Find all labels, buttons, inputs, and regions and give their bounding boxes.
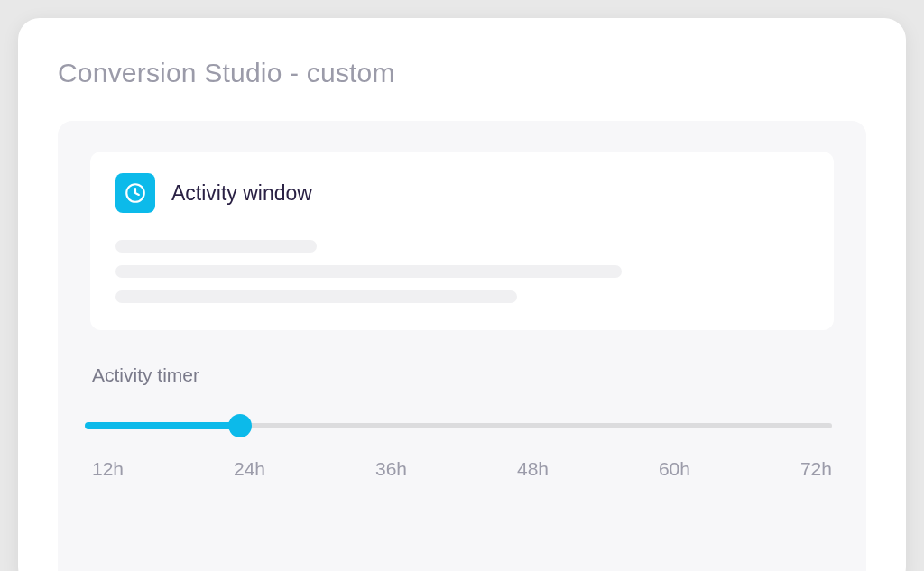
slider-tick: 24h bbox=[234, 458, 265, 480]
slider-tick: 48h bbox=[517, 458, 549, 480]
slider-ticks: 12h24h36h48h60h72h bbox=[92, 458, 832, 480]
clock-icon bbox=[116, 173, 155, 213]
slider-tick: 12h bbox=[92, 458, 124, 480]
skeleton-line bbox=[116, 265, 622, 278]
app-window: Conversion Studio - custom Activity wind… bbox=[18, 18, 906, 571]
skeleton-placeholder bbox=[116, 240, 808, 303]
card-header: Activity window bbox=[116, 173, 808, 213]
slider-tick: 60h bbox=[659, 458, 690, 480]
slider-tick: 36h bbox=[375, 458, 407, 480]
activity-timer-slider[interactable] bbox=[92, 413, 832, 438]
activity-window-card: Activity window bbox=[90, 152, 834, 330]
main-panel: Activity window Activity timer 12h24h36h… bbox=[58, 121, 866, 571]
activity-timer-section: Activity timer 12h24h36h48h60h72h bbox=[90, 361, 834, 480]
skeleton-line bbox=[116, 240, 317, 253]
card-title: Activity window bbox=[171, 181, 312, 206]
slider-fill bbox=[85, 422, 240, 429]
page-title: Conversion Studio - custom bbox=[58, 58, 866, 88]
slider-tick: 72h bbox=[800, 458, 832, 480]
activity-timer-label: Activity timer bbox=[92, 364, 832, 386]
slider-thumb[interactable] bbox=[228, 414, 252, 437]
skeleton-line bbox=[116, 290, 517, 303]
